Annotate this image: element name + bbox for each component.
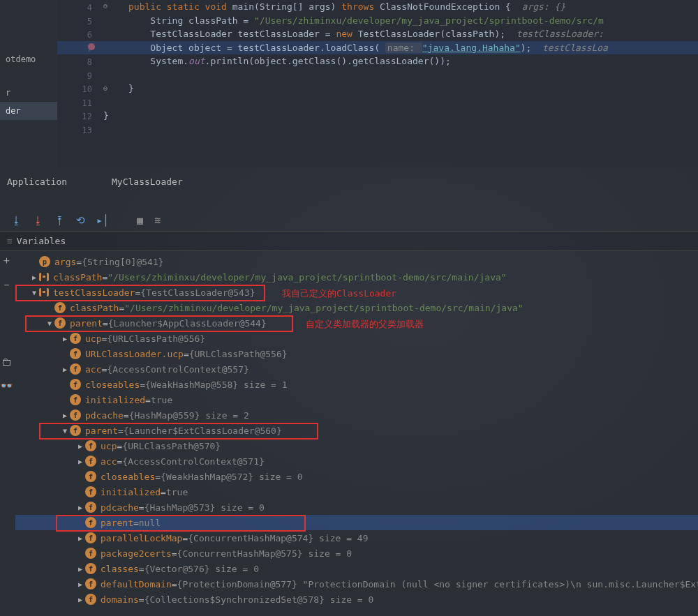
- field-icon: f: [70, 348, 81, 359]
- chevron-right-icon[interactable]: ▶: [75, 580, 85, 588]
- field-icon: f: [85, 517, 96, 528]
- variable-value: {HashMap@573} size = 0: [144, 502, 265, 513]
- variable-value: {AccessControlContext@571}: [122, 456, 265, 467]
- variable-row[interactable]: ▶fcloseables = {WeakHashMap@572} size = …: [15, 469, 698, 484]
- tab-bar: Application MyClassLoader: [0, 171, 698, 192]
- download-red-icon[interactable]: ⭳: [33, 214, 43, 227]
- variable-value: null: [139, 518, 161, 528]
- fold-icon[interactable]: ⊖: [103, 84, 107, 92]
- field-icon: f: [85, 594, 96, 605]
- variable-value: {HashMap@559} size = 2: [129, 410, 249, 421]
- variable-row[interactable]: ▶facc = {AccessControlContext@557}: [15, 361, 698, 377]
- variable-row[interactable]: ▶fucp = {URLClassPath@570}: [15, 438, 698, 453]
- field-icon: f: [70, 410, 81, 421]
- field-icon: f: [85, 532, 96, 543]
- variable-row[interactable]: ▶finitialized = true: [15, 392, 698, 407]
- variable-row[interactable]: ▶pargs = {String[0]@541}: [15, 254, 698, 269]
- reload-icon[interactable]: ⟲: [76, 214, 85, 227]
- variable-value: {Collections$SynchronizedSet@578} size =…: [144, 594, 374, 605]
- field-icon: f: [54, 317, 66, 329]
- tab-application[interactable]: Application: [7, 176, 112, 187]
- chevron-down-icon[interactable]: ▼: [45, 320, 54, 327]
- field-icon: f: [85, 440, 96, 451]
- calculator-icon[interactable]: ▦: [137, 214, 143, 227]
- fold-icon[interactable]: ⊖: [103, 2, 107, 10]
- variable-name: domains: [101, 594, 139, 605]
- sidebar-item[interactable]: otdemo: [0, 50, 57, 68]
- variable-value: {WeakHashMap@558} size = 1: [145, 380, 288, 390]
- variable-value: {URLClassPath@556}: [107, 333, 205, 344]
- variable-value: {AccessControlContext@557}: [107, 364, 249, 375]
- chevron-right-icon[interactable]: ▶: [75, 596, 85, 603]
- glasses-icon[interactable]: 👓: [0, 380, 13, 392]
- left-icon-bar: ＋ － 🗀 👓: [0, 254, 14, 392]
- variables-header: ≡ Variables: [0, 232, 698, 251]
- variable-name: initialized: [101, 487, 161, 497]
- variable-row[interactable]: ▶fclasses = {Vector@576} size = 0: [15, 561, 698, 576]
- variable-row[interactable]: ▶fparallelLockMap = {ConcurrentHashMap@5…: [15, 530, 698, 546]
- variable-name: initialized: [85, 395, 145, 405]
- field-icon: f: [70, 394, 81, 405]
- variable-row[interactable]: ▶fparent = null: [15, 515, 698, 530]
- marker-icon[interactable]: 🗀: [1, 356, 12, 368]
- variable-row[interactable]: ▶finitialized = true: [15, 484, 698, 499]
- variable-name: testClassLoader: [53, 287, 135, 298]
- chevron-right-icon[interactable]: ▶: [75, 534, 85, 542]
- chevron-right-icon[interactable]: ▶: [75, 442, 85, 450]
- variable-name: acc: [101, 456, 117, 467]
- chevron-right-icon[interactable]: ▶: [29, 273, 39, 281]
- debug-panel: ⭳ ⭳ ⭱ ⟲ ▸│ ▦ ≋ ≡ Variables ＋ － 🗀 👓 ▶parg…: [0, 209, 698, 616]
- code-editor[interactable]: 4567 891011 1213 ⊖ ⊖ public static void …: [57, 0, 698, 167]
- variable-value: {ProtectionDomain@577} "ProtectionDomain…: [177, 579, 698, 589]
- variable-name: defaultDomain: [101, 579, 172, 589]
- variable-row[interactable]: ▶fcloseables = {WeakHashMap@558} size = …: [15, 377, 698, 392]
- variable-name: ucp: [85, 333, 101, 344]
- variable-row[interactable]: ▶fpdcache = {HashMap@573} size = 0: [15, 499, 698, 515]
- variable-icon: [39, 273, 49, 281]
- variable-row[interactable]: ▶fpackage2certs = {ConcurrentHashMap@575…: [15, 546, 698, 561]
- variable-row[interactable]: ▶fucp = {URLClassPath@556}: [15, 331, 698, 346]
- gutter: 4567 891011 1213 ⊖ ⊖: [57, 0, 99, 137]
- variable-row[interactable]: ▶fdomains = {Collections$SynchronizedSet…: [15, 592, 698, 607]
- field-icon: f: [85, 548, 96, 559]
- chevron-right-icon[interactable]: ▶: [60, 366, 70, 373]
- code-lines[interactable]: public static void main(String[] args) t…: [128, 0, 698, 123]
- settings-icon[interactable]: ≋: [154, 214, 161, 227]
- variable-row[interactable]: ▶fdefaultDomain = {ProtectionDomain@577}…: [15, 576, 698, 592]
- variables-icon: ≡: [7, 236, 13, 246]
- variable-name: classes: [101, 564, 139, 574]
- field-icon: f: [85, 486, 96, 497]
- variable-value: {Vector@576} size = 0: [144, 564, 259, 574]
- chevron-right-icon[interactable]: ▶: [60, 335, 70, 343]
- minus-icon[interactable]: －: [1, 278, 12, 292]
- download-icon[interactable]: ⭳: [11, 214, 22, 227]
- variable-name: classPath: [53, 272, 102, 283]
- upload-icon[interactable]: ⭱: [54, 214, 65, 227]
- chevron-down-icon[interactable]: ▼: [60, 427, 70, 435]
- chevron-down-icon[interactable]: ▼: [29, 289, 39, 296]
- variable-value: {URLClassPath@570}: [122, 441, 221, 451]
- chevron-right-icon[interactable]: ▶: [60, 412, 70, 419]
- sidebar-item[interactable]: r: [0, 84, 57, 102]
- variable-row[interactable]: ▶fclassPath = "/Users/zhiminxu/developer…: [15, 300, 698, 315]
- variable-value: {Launcher$AppClassLoader@544}: [108, 318, 267, 329]
- plus-icon[interactable]: ＋: [1, 254, 12, 267]
- variable-name: parent: [85, 426, 118, 436]
- variable-row[interactable]: ▼fparent = {Launcher$ExtClassLoader@560}: [15, 423, 698, 438]
- chevron-right-icon[interactable]: ▶: [75, 565, 85, 573]
- chevron-right-icon[interactable]: ▶: [75, 458, 85, 465]
- variables-tree[interactable]: ▶pargs = {String[0]@541}▶classPath = "/U…: [15, 251, 698, 607]
- sidebar-item-selected[interactable]: der: [0, 102, 57, 120]
- variable-name: args: [54, 257, 76, 267]
- chevron-right-icon[interactable]: ▶: [75, 504, 85, 511]
- variable-row[interactable]: ▶facc = {AccessControlContext@571}: [15, 453, 698, 469]
- variable-row[interactable]: ▶fURLClassLoader.ucp = {URLClassPath@556…: [15, 346, 698, 361]
- field-icon: f: [85, 456, 96, 467]
- variable-value: {String[0]@541}: [82, 257, 163, 267]
- step-cursor-icon[interactable]: ▸│: [96, 214, 109, 227]
- variable-name: parallelLockMap: [101, 533, 182, 543]
- variable-value: {URLClassPath@556}: [189, 349, 288, 359]
- tab-myclassloader[interactable]: MyClassLoader: [112, 176, 183, 187]
- variable-row[interactable]: ▶classPath = "/Users/zhiminxu/developer/…: [15, 269, 698, 285]
- variable-row[interactable]: ▶fpdcache = {HashMap@559} size = 2: [15, 407, 698, 423]
